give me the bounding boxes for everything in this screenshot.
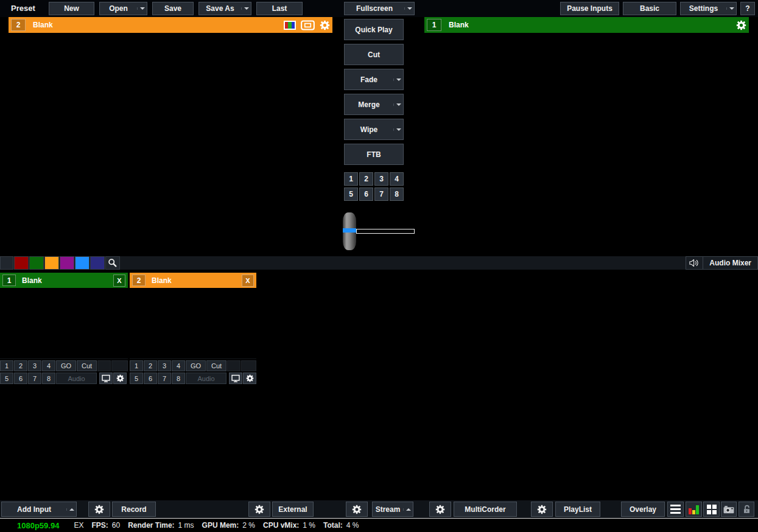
monitor-icon[interactable] bbox=[301, 20, 315, 30]
menu-toggle-button[interactable] bbox=[667, 502, 684, 517]
save-as-button[interactable]: Save As bbox=[198, 2, 251, 15]
colour-bars-icon[interactable] bbox=[284, 21, 296, 30]
input-2-overlay-8[interactable]: 8 bbox=[172, 373, 185, 384]
add-input-button-label[interactable]: Add Input bbox=[2, 505, 66, 514]
input-1-overlay-1[interactable]: 1 bbox=[0, 360, 13, 371]
transition-number-5[interactable]: 5 bbox=[344, 187, 358, 201]
tbar-track[interactable] bbox=[356, 229, 415, 234]
gear-icon[interactable] bbox=[736, 20, 746, 30]
save-as-button-label[interactable]: Save As bbox=[199, 4, 241, 13]
merge-button[interactable]: Merge bbox=[344, 94, 404, 115]
overlay-button[interactable]: Overlay bbox=[621, 502, 665, 517]
transition-number-6[interactable]: 6 bbox=[359, 187, 373, 201]
merge-dropdown-arrow[interactable] bbox=[393, 103, 403, 106]
input-1-overlay-5[interactable]: 5 bbox=[0, 373, 13, 384]
fullscreen-dropdown-arrow[interactable] bbox=[404, 7, 414, 10]
ftb-button[interactable]: FTB bbox=[344, 144, 404, 165]
open-button-label[interactable]: Open bbox=[100, 4, 137, 13]
category-swatch-purple[interactable] bbox=[60, 256, 74, 270]
input-2-overlay-4[interactable]: 4 bbox=[172, 360, 185, 371]
lock-button[interactable] bbox=[739, 502, 754, 517]
transition-number-4[interactable]: 4 bbox=[390, 172, 404, 186]
speaker-icon[interactable] bbox=[686, 257, 703, 269]
input-1-overlay-4[interactable]: 4 bbox=[42, 360, 55, 371]
gear-icon[interactable] bbox=[320, 20, 330, 30]
playlist-settings-button[interactable] bbox=[531, 502, 553, 517]
merge-button-label[interactable]: Merge bbox=[345, 100, 393, 109]
category-swatch-orange[interactable] bbox=[44, 256, 59, 270]
last-button[interactable]: Last bbox=[256, 2, 303, 15]
category-swatch-navy[interactable] bbox=[90, 256, 105, 270]
input-2-titlebar[interactable]: 2 Blank X bbox=[130, 273, 256, 288]
input-1-thumbnail[interactable] bbox=[0, 288, 128, 359]
fullscreen-button[interactable]: Fullscreen bbox=[344, 2, 415, 15]
open-button[interactable]: Open bbox=[99, 2, 147, 15]
wipe-button[interactable]: Wipe bbox=[344, 119, 404, 140]
open-dropdown-arrow[interactable] bbox=[137, 7, 147, 10]
basic-button[interactable]: Basic bbox=[623, 2, 676, 15]
fullscreen-monitor-icon[interactable] bbox=[229, 373, 242, 384]
input-1-overlay-8[interactable]: 8 bbox=[42, 373, 55, 384]
input-2-thumbnail[interactable] bbox=[130, 288, 256, 359]
multiview-layout-button[interactable] bbox=[703, 502, 720, 517]
record-button[interactable]: Record bbox=[112, 502, 156, 517]
close-icon[interactable]: X bbox=[242, 275, 254, 287]
external-button[interactable]: External bbox=[272, 502, 314, 517]
category-swatch-blue[interactable] bbox=[75, 256, 89, 270]
input-2-overlay-2[interactable]: 2 bbox=[144, 360, 157, 371]
wipe-button-label[interactable]: Wipe bbox=[345, 125, 393, 134]
new-button[interactable]: New bbox=[49, 2, 94, 15]
gear-icon[interactable] bbox=[243, 373, 256, 384]
input-2-overlay-1[interactable]: 1 bbox=[130, 360, 143, 371]
input-2-go-button[interactable]: GO bbox=[186, 360, 206, 371]
add-input-dropdown-arrow[interactable] bbox=[66, 508, 76, 511]
audio-meters-button[interactable] bbox=[686, 502, 702, 517]
input-2-audio-button[interactable]: Audio bbox=[186, 373, 226, 384]
save-button[interactable]: Save bbox=[152, 2, 194, 15]
multicorder-button[interactable]: MultiCorder bbox=[454, 502, 517, 517]
audio-mixer-toggle[interactable]: Audio Mixer bbox=[686, 256, 758, 270]
input-2-overlay-6[interactable]: 6 bbox=[144, 373, 157, 384]
input-2-overlay-5[interactable]: 5 bbox=[130, 373, 143, 384]
input-1-overlay-6[interactable]: 6 bbox=[14, 373, 27, 384]
category-swatch-green[interactable] bbox=[29, 256, 44, 270]
transition-number-2[interactable]: 2 bbox=[359, 172, 373, 186]
stream-settings-button[interactable] bbox=[346, 502, 368, 517]
input-1-cut-button[interactable]: Cut bbox=[77, 360, 97, 371]
snapshot-button[interactable] bbox=[721, 502, 737, 517]
fade-button-label[interactable]: Fade bbox=[345, 75, 393, 84]
fade-dropdown-arrow[interactable] bbox=[393, 79, 403, 81]
add-input-button[interactable]: Add Input bbox=[1, 502, 77, 517]
stream-dropdown-arrow[interactable] bbox=[403, 508, 413, 511]
wipe-dropdown-arrow[interactable] bbox=[393, 128, 403, 131]
multicorder-settings-button[interactable] bbox=[429, 502, 451, 517]
input-1-audio-button[interactable]: Audio bbox=[56, 373, 97, 384]
cut-button[interactable]: Cut bbox=[344, 44, 404, 65]
search-button[interactable] bbox=[105, 256, 120, 270]
fade-button[interactable]: Fade bbox=[344, 69, 404, 90]
stream-button[interactable]: Stream bbox=[372, 502, 413, 517]
category-swatch-red[interactable] bbox=[14, 256, 29, 270]
settings-button[interactable]: Settings bbox=[680, 2, 737, 15]
input-1-overlay-2[interactable]: 2 bbox=[14, 360, 27, 371]
playlist-button[interactable]: PlayList bbox=[555, 502, 600, 517]
input-1-overlay-3[interactable]: 3 bbox=[28, 360, 41, 371]
record-settings-button[interactable] bbox=[88, 502, 110, 517]
transition-number-1[interactable]: 1 bbox=[344, 172, 358, 186]
save-as-dropdown-arrow[interactable] bbox=[241, 7, 251, 10]
input-1-titlebar[interactable]: 1 Blank X bbox=[0, 273, 128, 288]
close-icon[interactable]: X bbox=[113, 275, 125, 287]
settings-button-label[interactable]: Settings bbox=[681, 4, 726, 13]
gear-icon[interactable] bbox=[113, 373, 127, 384]
input-2-overlay-7[interactable]: 7 bbox=[158, 373, 171, 384]
transition-number-7[interactable]: 7 bbox=[374, 187, 388, 201]
input-2-cut-button[interactable]: Cut bbox=[206, 360, 226, 371]
category-swatch-none[interactable] bbox=[0, 256, 13, 270]
input-1-overlay-7[interactable]: 7 bbox=[28, 373, 41, 384]
pause-inputs-button[interactable]: Pause Inputs bbox=[560, 2, 619, 15]
transition-number-3[interactable]: 3 bbox=[374, 172, 388, 186]
settings-dropdown-arrow[interactable] bbox=[726, 7, 736, 10]
audio-mixer-label[interactable]: Audio Mixer bbox=[703, 259, 757, 267]
tbar-fader-handle[interactable] bbox=[343, 212, 356, 250]
stream-button-label[interactable]: Stream bbox=[373, 505, 403, 514]
